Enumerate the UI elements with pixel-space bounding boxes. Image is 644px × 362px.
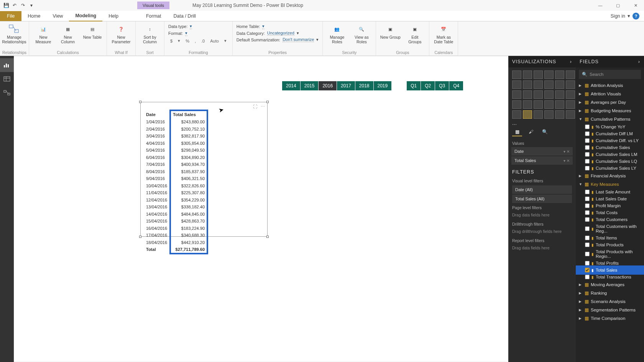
manage-relationships-button[interactable]: Manage Relationships bbox=[2, 23, 26, 45]
table-row[interactable]: ▶▦Ranking bbox=[576, 289, 644, 297]
field-checkbox[interactable] bbox=[585, 124, 590, 129]
viz-type-icon[interactable] bbox=[534, 70, 543, 79]
data-view-button[interactable] bbox=[0, 72, 14, 86]
field-row[interactable]: ▮Total Costs bbox=[576, 209, 644, 216]
viz-type-icon[interactable] bbox=[544, 80, 554, 89]
field-checkbox[interactable] bbox=[585, 268, 590, 272]
collapse-icon[interactable]: › bbox=[570, 59, 572, 64]
viz-type-icon[interactable] bbox=[523, 110, 532, 119]
viz-type-icon[interactable] bbox=[523, 80, 532, 89]
viz-type-icon[interactable] bbox=[512, 90, 521, 99]
field-checkbox[interactable] bbox=[585, 166, 590, 170]
analytics-tab[interactable]: 🔍 bbox=[540, 128, 550, 136]
year-slicer-item[interactable]: 2019 bbox=[374, 81, 392, 90]
filter-date[interactable]: Date (All) bbox=[512, 185, 572, 194]
viz-type-icon[interactable] bbox=[512, 100, 521, 109]
manage-roles-button[interactable]: 👥Manage Roles bbox=[325, 23, 349, 45]
field-row[interactable]: ▮Total Items bbox=[576, 234, 644, 241]
tab-data-drill[interactable]: Data / Drill bbox=[168, 11, 202, 21]
currency-icon[interactable]: $ bbox=[168, 38, 174, 44]
resize-handle[interactable] bbox=[266, 236, 269, 238]
qat-dropdown-icon[interactable]: ▾ bbox=[28, 2, 34, 8]
field-checkbox[interactable] bbox=[585, 190, 590, 194]
field-checkbox[interactable] bbox=[585, 226, 590, 231]
viz-type-icon[interactable] bbox=[555, 100, 564, 109]
quarter-slicer-item[interactable]: Q2 bbox=[421, 81, 435, 90]
field-checkbox[interactable] bbox=[585, 217, 590, 222]
viz-type-icon[interactable] bbox=[534, 110, 543, 119]
field-row[interactable]: ▮Cumulative Diff. vs LY bbox=[576, 137, 644, 144]
viz-type-icon[interactable] bbox=[544, 110, 554, 119]
viz-type-icon[interactable] bbox=[534, 100, 543, 109]
field-row[interactable]: ▮Total Products bbox=[576, 241, 644, 248]
resize-handle[interactable] bbox=[139, 101, 141, 103]
help-icon[interactable]: ? bbox=[632, 13, 639, 20]
report-view-button[interactable] bbox=[0, 58, 14, 72]
sort-by-column-button[interactable]: ↕Sort by Column bbox=[138, 23, 162, 45]
new-measure-button[interactable]: 📊New Measure bbox=[31, 23, 55, 45]
auto-format[interactable]: Auto bbox=[208, 38, 221, 44]
new-group-button[interactable]: ▣New Group bbox=[378, 23, 402, 41]
mark-date-table-button[interactable]: 📅Mark as Date Table bbox=[432, 23, 455, 45]
more-visuals-icon[interactable]: ⋯ bbox=[508, 122, 576, 127]
tab-help[interactable]: Help bbox=[102, 11, 125, 21]
undo-icon[interactable]: ↶ bbox=[12, 2, 18, 8]
new-column-button[interactable]: ▦New Column bbox=[56, 23, 80, 45]
field-row[interactable]: ▮% Change YoY bbox=[576, 123, 644, 130]
field-checkbox[interactable] bbox=[585, 261, 590, 265]
field-row[interactable]: ▮Total Customers with Reg... bbox=[576, 223, 644, 234]
field-row[interactable]: ▮Total Sales bbox=[576, 267, 644, 274]
field-checkbox[interactable] bbox=[585, 203, 590, 208]
field-checkbox[interactable] bbox=[585, 159, 590, 164]
viz-type-icon[interactable] bbox=[523, 70, 532, 79]
edit-groups-button[interactable]: ▣Edit Groups bbox=[403, 23, 427, 45]
field-checkbox[interactable] bbox=[585, 242, 590, 247]
viz-type-icon[interactable] bbox=[555, 70, 564, 79]
field-row[interactable]: ▮Last Sales Date bbox=[576, 195, 644, 202]
format-dropdown[interactable]: ▾ bbox=[185, 31, 187, 36]
field-checkbox[interactable] bbox=[585, 152, 590, 157]
column-date[interactable]: Date 1/04/20162/04/20163/04/20164/04/201… bbox=[144, 111, 171, 253]
value-well-date[interactable]: Date▾ ✕ bbox=[511, 147, 573, 156]
viz-type-icon[interactable] bbox=[512, 70, 521, 79]
field-checkbox[interactable] bbox=[585, 210, 590, 215]
viz-type-icon[interactable] bbox=[566, 80, 575, 89]
viz-type-icon[interactable] bbox=[512, 80, 521, 89]
summarization-dropdown[interactable]: Don't summarize bbox=[283, 37, 314, 42]
viz-type-icon[interactable] bbox=[534, 80, 543, 89]
resize-handle[interactable] bbox=[266, 101, 269, 103]
table-row[interactable]: ▶▦Time Comparison bbox=[576, 314, 644, 323]
data-type-dropdown[interactable]: ▾ bbox=[190, 24, 192, 29]
percent-icon[interactable]: % bbox=[184, 38, 191, 44]
column-total-sales[interactable]: Total Sales $243,880.00$200,752.10$382,8… bbox=[171, 111, 207, 253]
viz-type-icon[interactable] bbox=[544, 70, 554, 79]
tab-format[interactable]: Format bbox=[140, 11, 168, 21]
field-row[interactable]: ▮Total Customers bbox=[576, 216, 644, 223]
table-row[interactable]: ▶▦Attrition Analysis bbox=[576, 81, 644, 90]
report-canvas[interactable]: 201420152016201720182019 Q1Q2Q3Q4 ⛶ ⋯ Da… bbox=[14, 56, 533, 362]
quarter-slicer-item[interactable]: Q3 bbox=[435, 81, 449, 90]
field-row[interactable]: ▮Last Sale Amount bbox=[576, 188, 644, 195]
resize-handle[interactable] bbox=[139, 236, 141, 238]
view-as-roles-button[interactable]: 🔍View as Roles bbox=[350, 23, 373, 45]
table-row[interactable]: ▶▦Moving Averages bbox=[576, 280, 644, 289]
filter-total-sales[interactable]: Total Sales (All) bbox=[512, 195, 572, 203]
table-row[interactable]: ▶▦Financial Analysis bbox=[576, 172, 644, 180]
model-view-button[interactable] bbox=[0, 86, 14, 100]
quarter-slicer-item[interactable]: Q4 bbox=[449, 81, 463, 90]
table-row[interactable]: ▶▦Scenario Analysis bbox=[576, 297, 644, 306]
viz-type-icon[interactable] bbox=[523, 100, 532, 109]
field-row[interactable]: ▮Cumulative Sales LQ bbox=[576, 158, 644, 165]
field-checkbox[interactable] bbox=[585, 197, 590, 201]
field-row[interactable]: ▮Cumulative Sales LY bbox=[576, 165, 644, 172]
year-slicer-item[interactable]: 2018 bbox=[355, 81, 373, 90]
field-checkbox[interactable] bbox=[585, 145, 590, 150]
tab-file[interactable]: File bbox=[0, 11, 21, 21]
field-row[interactable]: ▮Cumulative Sales bbox=[576, 144, 644, 151]
collapse-icon[interactable]: › bbox=[638, 59, 640, 64]
comma-icon[interactable]: , bbox=[193, 38, 198, 44]
sign-in[interactable]: Sign in ▾ ? bbox=[611, 13, 644, 20]
focus-mode-icon[interactable]: ⛶ bbox=[252, 104, 258, 109]
tab-modeling[interactable]: Modeling bbox=[69, 11, 102, 21]
minimize-button[interactable]: — bbox=[592, 1, 609, 10]
